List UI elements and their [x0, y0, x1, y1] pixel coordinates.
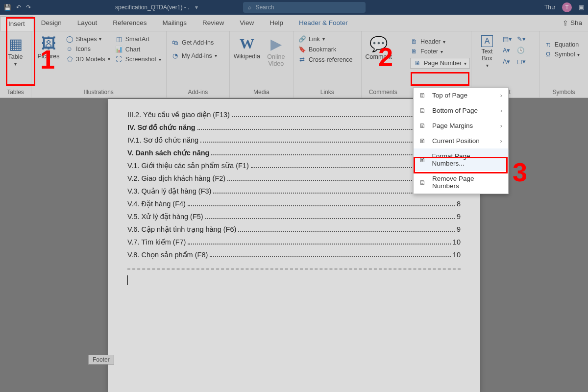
tab-view[interactable]: View [232, 15, 262, 31]
link-button[interactable]: 🔗Link▾ [298, 35, 353, 43]
toc-title: V.3. Quản lý đặt hàng (F3) [127, 187, 211, 195]
dd-format-page-numbers[interactable]: 🗎Format Page Numbers... [414, 148, 508, 171]
tab-mailings[interactable]: Mailings [154, 15, 195, 31]
undo-icon[interactable]: ↶ [16, 4, 21, 11]
crossref-button[interactable]: ⇄Cross-reference [298, 56, 353, 63]
video-icon: ▶ [270, 35, 282, 52]
toc-line[interactable]: III.2. Yêu cầu về giao diện (F13) [127, 111, 461, 119]
annotation-2: 2 [378, 42, 393, 72]
footer-tag[interactable]: Footer [88, 355, 114, 365]
online-video-button[interactable]: ▶ Online Video [264, 35, 288, 67]
dropcap-icon[interactable]: A▾ [503, 58, 512, 65]
toc-dots [238, 231, 455, 232]
bookmark-button[interactable]: 🔖Bookmark [298, 46, 353, 53]
tab-insert[interactable]: Insert [0, 16, 33, 31]
chevron-right-icon: › [500, 107, 503, 114]
toc-title: V.2. Giao dịch khách hàng (F2) [127, 174, 225, 182]
page-number-button[interactable]: 🗎Page Number▾ [410, 58, 470, 69]
datetime-icon[interactable]: 🕓 [517, 47, 526, 54]
shapes-button[interactable]: ◯Shapes▾ [66, 35, 110, 43]
toc-title: V.7. Tìm kiếm (F7) [127, 238, 186, 246]
tab-design[interactable]: Design [33, 15, 70, 31]
toc-line[interactable]: V.2. Giao dịch khách hàng (F2)7 [127, 174, 461, 182]
my-addins-button[interactable]: ◔My Add-ins▾ [172, 52, 217, 59]
toc-line[interactable]: IV.1. Sơ đồ chức năng [127, 136, 461, 144]
tab-layout[interactable]: Layout [70, 15, 105, 31]
footer-icon: 🗎 [410, 48, 418, 55]
group-links-label: Links [298, 89, 356, 97]
toc-title: V.4. Đặt hàng (F4) [127, 200, 186, 208]
save-icon[interactable]: 💾 [4, 4, 11, 11]
title-bar: 💾 ↶ ↷ specification_QTDA(ver1) - . ▾ ⌕ S… [0, 0, 588, 15]
wikipedia-icon: W [240, 35, 254, 52]
equation-icon: π [544, 41, 552, 48]
smartart-button[interactable]: ◫SmartArt [115, 35, 161, 43]
user-avatar[interactable]: T [562, 2, 572, 12]
toc-title: IV. Sơ đồ chức năng [127, 123, 196, 131]
toc-line[interactable]: V.3. Quản lý đặt hàng (F3)8 [127, 187, 461, 195]
cube-icon: ⬠ [66, 55, 74, 63]
toc-line[interactable]: V.4. Đặt hàng (F4)8 [127, 200, 461, 208]
footer-button[interactable]: 🗎Footer▾ [410, 48, 470, 55]
page-icon: 🗎 [419, 92, 427, 99]
signature-icon[interactable]: ✎▾ [517, 35, 526, 43]
tab-review[interactable]: Review [195, 15, 232, 31]
page-icon: 🗎 [419, 137, 427, 145]
chevron-right-icon: › [500, 137, 503, 145]
chart-icon: 📊 [115, 46, 123, 53]
toc-dots [188, 205, 455, 206]
dd-current-position[interactable]: 🗎Current Position› [414, 133, 508, 148]
chevron-down-icon[interactable]: ▾ [195, 4, 198, 11]
tab-header-footer[interactable]: Header & Footer [291, 15, 356, 31]
toc-line[interactable]: V.1. Giới thiệu các sản phẩm sữa (F1) [127, 162, 461, 170]
group-tables-label: Tables [5, 89, 26, 97]
annotation-3: 3 [513, 157, 527, 187]
toc-page: 10 [453, 238, 461, 246]
toc-page: 10 [453, 251, 461, 259]
toc-title: V. Danh sách chức năng [127, 149, 209, 157]
dd-top-of-page[interactable]: 🗎Top of Page› [414, 88, 508, 103]
group-comments-label: Comments [367, 89, 400, 97]
toc-title: V.6. Cập nhật tình trạng hàng (F6) [127, 225, 236, 233]
redo-icon[interactable]: ↷ [26, 4, 31, 11]
table-button[interactable]: ▦ Table ▾ [5, 35, 26, 67]
toc-line[interactable]: V.5. Xử lý đặt hàng (F5)9 [127, 213, 461, 220]
dd-bottom-of-page[interactable]: 🗎Bottom of Page› [414, 103, 508, 118]
remove-icon: 🗎 [419, 179, 427, 186]
toc-line[interactable]: IV. Sơ đồ chức năng [127, 123, 461, 131]
3dmodels-button[interactable]: ⬠3D Models▾ [66, 55, 110, 63]
search-icon: ⌕ [248, 4, 251, 11]
object-icon[interactable]: ◻▾ [517, 58, 526, 65]
footer-separator [127, 269, 461, 293]
get-addins-button[interactable]: 🛍Get Add-ins [172, 39, 214, 46]
dd-page-margins[interactable]: 🗎Page Margins› [414, 118, 508, 133]
search-box[interactable]: ⌕ Search [243, 2, 366, 13]
tab-help[interactable]: Help [262, 15, 291, 31]
share-button[interactable]: ⇪ Sha [557, 19, 588, 27]
table-icon: ▦ [9, 35, 23, 52]
tab-references[interactable]: References [105, 15, 154, 31]
dd-remove-page-numbers[interactable]: 🗎Remove Page Numbers [414, 171, 508, 194]
group-addins-label: Add-ins [172, 89, 224, 97]
page-number-dropdown: 🗎Top of Page› 🗎Bottom of Page› 🗎Page Mar… [413, 87, 509, 194]
toc-title: V.8. Chọn sản phẩm (F8) [127, 251, 208, 259]
toc-line[interactable]: V.8. Chọn sản phẩm (F8)10 [127, 251, 461, 259]
equation-button[interactable]: πEquation [544, 41, 580, 48]
header-button[interactable]: 🗎Header▾ [410, 38, 470, 45]
crossref-icon: ⇄ [298, 56, 306, 63]
text-cursor [127, 275, 128, 285]
toc-line[interactable]: V.7. Tìm kiếm (F7)10 [127, 238, 461, 246]
quickparts-icon[interactable]: ▤▾ [503, 35, 512, 43]
screenshot-button[interactable]: ⛶Screenshot▾ [115, 56, 161, 63]
annotation-1: 1 [40, 44, 55, 74]
toc-line[interactable]: V.6. Cập nhật tình trạng hàng (F6)9 [127, 225, 461, 233]
wikipedia-button[interactable]: W Wikipedia [235, 35, 259, 60]
chart-button[interactable]: 📊Chart [115, 46, 161, 53]
textbox-button[interactable]: A Text Box ▾ [476, 35, 498, 68]
window-restore-icon[interactable]: ▣ [579, 4, 584, 11]
toc-line[interactable]: V. Danh sách chức năng [127, 149, 461, 157]
symbol-button[interactable]: ΩSymbol▾ [544, 51, 580, 58]
wordart-icon[interactable]: A▾ [503, 47, 512, 54]
page-icon: 🗎 [419, 122, 427, 129]
icons-button[interactable]: ☺Icons [66, 46, 110, 52]
